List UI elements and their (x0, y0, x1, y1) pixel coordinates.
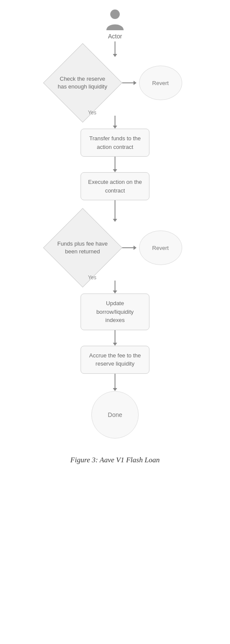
yes1-label: Yes (88, 110, 96, 116)
figure-caption: Figure 3: Aave V1 Flash Loan (70, 456, 159, 464)
yes2-label: Yes (88, 275, 96, 281)
arrow-funds-to-update (113, 281, 117, 294)
revert2-node: Revert (139, 230, 182, 265)
revert2-label: Revert (152, 245, 168, 251)
funds-returned-row: Funds plus fee have been returned Revert (0, 222, 230, 274)
arrow-accrue-to-done (113, 374, 117, 391)
arrow-actor-to-check (113, 41, 117, 57)
done-node: Done (91, 391, 139, 439)
done-label: Done (108, 411, 122, 418)
revert1-node: Revert (139, 66, 182, 100)
check-reserve-label: Check the reserve has enough liquidity (57, 75, 109, 91)
execute-action-node: Execute action on the contract (81, 172, 149, 200)
execute-action-label: Execute action on the contract (88, 179, 142, 194)
arrow-transfer-to-execute (113, 157, 117, 172)
transfer-funds-label: Transfer funds to the action contract (89, 135, 140, 150)
actor-label: Actor (108, 33, 122, 40)
actor-node: Actor (105, 9, 125, 40)
svg-point-0 (110, 9, 120, 19)
accrue-fee-node: Accrue the fee to the reserve liquidity (81, 346, 149, 374)
check-reserve-row: Check the reserve has enough liquidity R… (0, 57, 230, 109)
funds-returned-diamond: Funds plus fee have been returned (48, 222, 117, 274)
update-indexes-node: Update borrow/liquidity indexes (81, 294, 149, 330)
revert1-label: Revert (152, 80, 168, 86)
transfer-funds-node: Transfer funds to the action contract (81, 129, 149, 157)
arrow-update-to-accrue (113, 330, 117, 346)
arrow-execute-to-funds (113, 200, 117, 222)
funds-returned-label: Funds plus fee have been returned (57, 240, 109, 256)
check-reserve-diamond: Check the reserve has enough liquidity (48, 57, 117, 109)
flowchart: Actor Check the reserve has enough liqui… (0, 9, 230, 464)
update-indexes-label: Update borrow/liquidity indexes (96, 300, 134, 323)
accrue-fee-label: Accrue the fee to the reserve liquidity (89, 352, 141, 367)
actor-icon (105, 9, 125, 31)
arrow-check-to-transfer (113, 116, 117, 129)
